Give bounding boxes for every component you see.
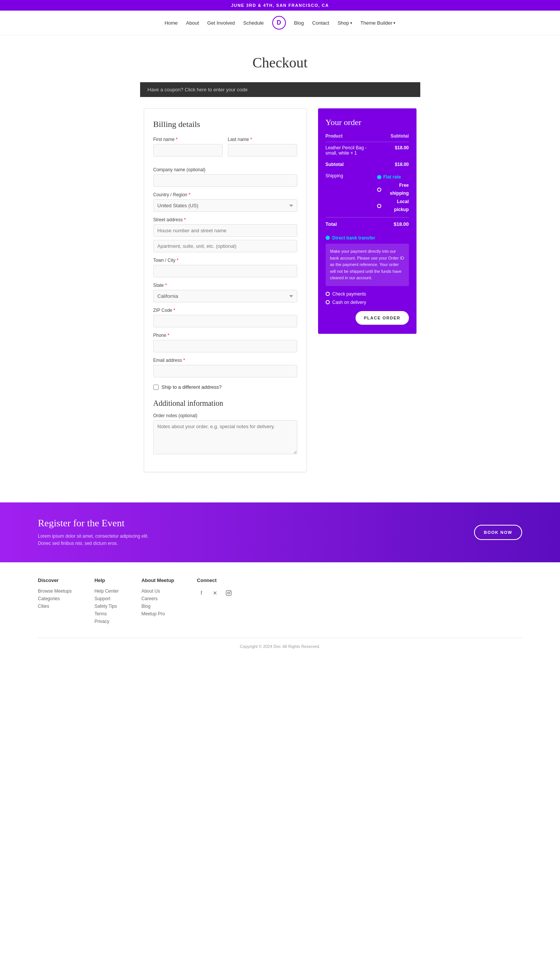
footer: Discover Browse Meetups Categories Citie… xyxy=(0,562,560,656)
order-summary: Your order Product Subtotal Leather Penc… xyxy=(318,109,417,334)
country-select[interactable]: United States (US) xyxy=(153,199,297,212)
nav-logo[interactable]: D xyxy=(272,16,286,30)
phone-group: Phone * xyxy=(153,333,297,352)
col-subtotal: Subtotal xyxy=(377,134,408,142)
nav-contact[interactable]: Contact xyxy=(312,20,329,26)
country-label: Country / Region * xyxy=(153,192,297,197)
product-row: Leather Pencil Bag - small, white × 1 $1… xyxy=(326,142,409,159)
shipping-local[interactable]: Local pickup xyxy=(377,198,408,214)
last-name-group: Last name * xyxy=(228,137,297,157)
zip-input[interactable] xyxy=(153,315,297,327)
footer-blog[interactable]: Blog xyxy=(141,604,174,609)
footer-discover-heading: Discover xyxy=(38,578,72,583)
book-now-button[interactable]: BOOK NOW xyxy=(474,525,522,540)
top-banner: JUNE 3RD & 4TH, SAN FRANCISCO, CA xyxy=(0,0,560,11)
nav-home[interactable]: Home xyxy=(165,20,178,26)
billing-heading: Billing details xyxy=(153,119,297,129)
twitter-x-icon[interactable]: ✕ xyxy=(210,588,220,598)
cod-label: Cash on delivery xyxy=(332,300,366,305)
footer-privacy[interactable]: Privacy xyxy=(94,619,118,624)
footer-browse-meetups[interactable]: Browse Meetups xyxy=(38,588,72,594)
payment-bank-transfer[interactable]: Direct bank transfer xyxy=(326,235,409,240)
first-name-group: First name * xyxy=(153,137,223,157)
subtotal-value: $18.00 xyxy=(377,159,408,170)
apartment-input[interactable] xyxy=(153,240,297,252)
name-row: First name * Last name * xyxy=(153,137,297,162)
flat-rate-radio xyxy=(377,175,381,179)
payment-section: Direct bank transfer Make your payment d… xyxy=(326,235,409,325)
footer-about-us[interactable]: About Us xyxy=(141,588,174,594)
total-label: Total xyxy=(326,217,377,230)
facebook-icon[interactable]: f xyxy=(197,588,206,598)
zip-label: ZIP Code * xyxy=(153,308,297,313)
footer-col-help: Help Help Center Support Safety Tips Ter… xyxy=(94,578,118,626)
product-qty: × 1 xyxy=(351,150,357,156)
footer-copyright: Copyright © 2024 Divi. All Rights Reserv… xyxy=(38,644,522,649)
svg-rect-0 xyxy=(226,591,231,596)
nav-about[interactable]: About xyxy=(186,20,199,26)
footer-connect-heading: Connect xyxy=(197,578,233,583)
town-input[interactable] xyxy=(153,265,297,277)
total-row: Total $18.00 xyxy=(326,217,409,230)
footer-support[interactable]: Support xyxy=(94,596,118,601)
place-order-button[interactable]: PLACE ORDER xyxy=(355,311,409,325)
last-name-label: Last name * xyxy=(228,137,297,142)
state-group: State * California xyxy=(153,283,297,302)
phone-input[interactable] xyxy=(153,340,297,352)
svg-point-1 xyxy=(228,592,230,594)
company-group: Company name (optional) xyxy=(153,167,297,187)
shipping-row: Shipping Flat rate Free shipping xyxy=(326,170,409,217)
company-label: Company name (optional) xyxy=(153,167,297,172)
ship-different-checkbox[interactable] xyxy=(153,385,158,390)
email-input[interactable] xyxy=(153,365,297,377)
state-select[interactable]: California xyxy=(153,290,297,302)
state-label: State * xyxy=(153,283,297,288)
email-label: Email address * xyxy=(153,358,297,363)
notes-textarea[interactable] xyxy=(153,420,297,454)
footer-careers[interactable]: Careers xyxy=(141,596,174,601)
shipping-free[interactable]: Free shipping xyxy=(377,182,408,198)
footer-help-center[interactable]: Help Center xyxy=(94,588,118,594)
notes-label: Order notes (optional) xyxy=(153,413,297,418)
street-input[interactable] xyxy=(153,224,297,237)
event-description: Lorem ipsum dolor sit amet, consectetur … xyxy=(38,533,159,547)
nav-schedule[interactable]: Schedule xyxy=(243,20,263,26)
subtotal-row: Subtotal $18.00 xyxy=(326,159,409,170)
footer-columns: Discover Browse Meetups Categories Citie… xyxy=(38,578,522,626)
footer-categories[interactable]: Categories xyxy=(38,596,72,601)
nav-get-involved[interactable]: Get Involved xyxy=(207,20,235,26)
page-title-section: Checkout xyxy=(0,35,560,82)
footer-col-about: About Meetup About Us Careers Blog Meetu… xyxy=(141,578,174,626)
product-price: $18.00 xyxy=(377,142,408,159)
nav-theme-builder[interactable]: Theme Builder xyxy=(360,20,396,26)
social-icons: f ✕ xyxy=(197,588,233,598)
event-heading: Register for the Event xyxy=(38,518,159,529)
nav-shop[interactable]: Shop xyxy=(337,20,352,26)
product-name: Leather Pencil Bag - small, white xyxy=(326,145,367,156)
footer-divider xyxy=(38,638,522,638)
local-pickup-radio xyxy=(377,204,381,208)
footer-cities[interactable]: Cities xyxy=(38,604,72,609)
payment-cod[interactable]: Cash on delivery xyxy=(326,300,409,305)
shipping-flat[interactable]: Flat rate xyxy=(377,173,408,182)
footer-safety-tips[interactable]: Safety Tips xyxy=(94,604,118,609)
town-label: Town / City * xyxy=(153,258,297,263)
nav-blog[interactable]: Blog xyxy=(294,20,304,26)
street-group: Street address * xyxy=(153,217,297,252)
footer-col-connect: Connect f ✕ xyxy=(197,578,233,626)
free-shipping-label: Free shipping xyxy=(383,182,408,198)
last-name-input[interactable] xyxy=(228,144,297,157)
shipping-label: Shipping xyxy=(326,170,377,217)
event-banner-text: Register for the Event Lorem ipsum dolor… xyxy=(38,518,159,547)
footer-meetup-pro[interactable]: Meetup Pro xyxy=(141,611,174,616)
free-shipping-radio xyxy=(377,187,381,192)
ship-different-row: Ship to a different address? xyxy=(153,384,297,390)
first-name-input[interactable] xyxy=(153,144,223,157)
footer-help-heading: Help xyxy=(94,578,118,583)
instagram-icon[interactable] xyxy=(224,588,233,598)
cod-radio xyxy=(326,300,330,304)
coupon-bar[interactable]: Have a coupon? Click here to enter your … xyxy=(140,82,420,97)
payment-check[interactable]: Check payments xyxy=(326,291,409,297)
company-input[interactable] xyxy=(153,174,297,187)
footer-terms[interactable]: Terms xyxy=(94,611,118,616)
